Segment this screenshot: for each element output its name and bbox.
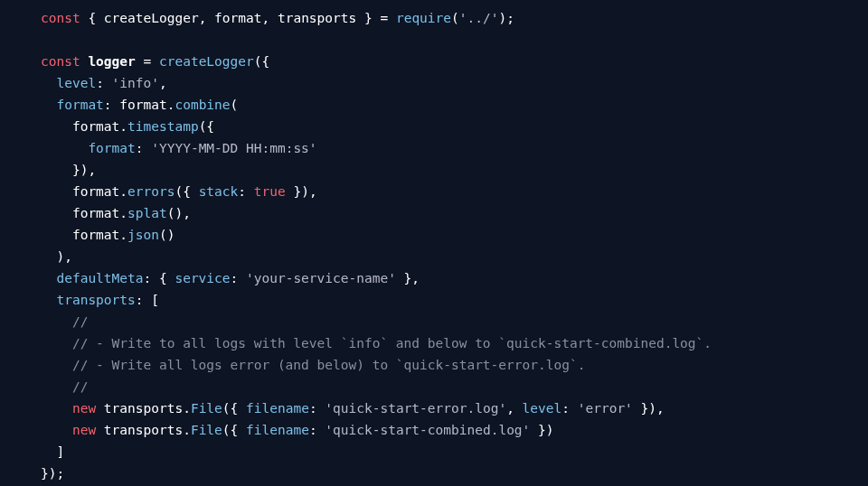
code-block: const { createLogger, format, transports… <box>0 0 868 484</box>
comment: // - Write to all logs with level `info`… <box>72 336 712 350</box>
keyword-const: const <box>41 11 80 25</box>
comment: // <box>72 379 88 394</box>
var-logger: logger <box>88 54 135 69</box>
comment: // - Write all logs error (and below) to… <box>72 358 585 372</box>
comment: // <box>72 314 88 329</box>
